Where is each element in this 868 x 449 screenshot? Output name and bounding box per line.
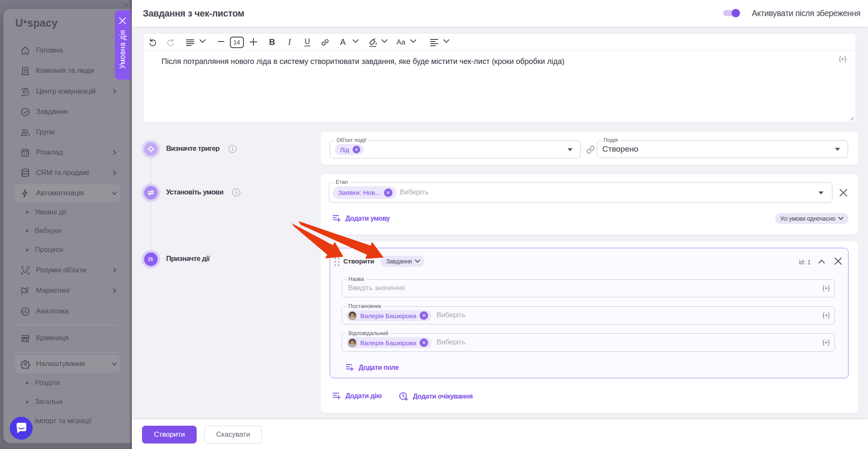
- svg-text:I: I: [288, 38, 292, 47]
- svg-text:B: B: [269, 38, 275, 47]
- svg-text:Aa: Aa: [397, 38, 406, 46]
- svg-text:A: A: [340, 38, 346, 47]
- svg-text:14: 14: [234, 39, 240, 46]
- svg-text:U: U: [305, 38, 310, 46]
